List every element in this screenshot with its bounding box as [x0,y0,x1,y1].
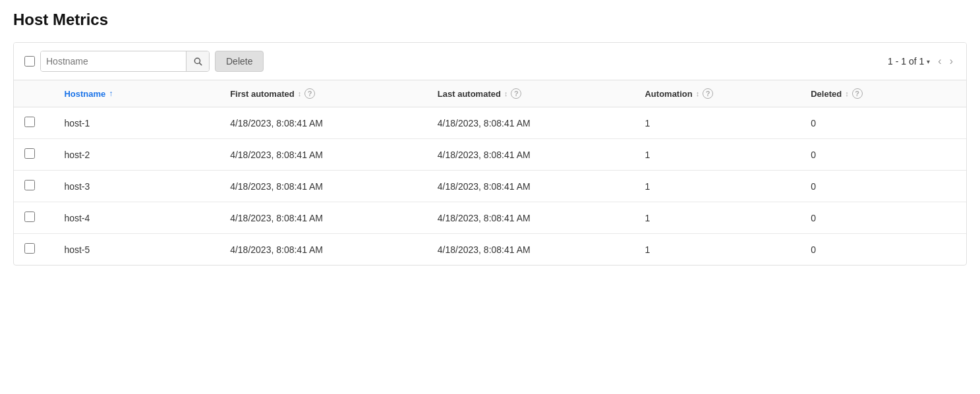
toolbar: Delete 1 - 1 of 1 ▾ ‹ › [14,43,966,80]
row-automation: 1 [634,107,800,139]
search-icon [193,57,202,66]
sort-neutral-icon-4[interactable]: ↕ [845,90,849,98]
header-row: Hostname ↑ First automated ↕ ? Las [14,80,966,107]
search-input[interactable] [41,51,186,71]
th-last-automated: Last automated ↕ ? [427,80,635,107]
svg-line-1 [200,63,202,65]
table-row: host-5 4/18/2023, 8:08:41 AM 4/18/2023, … [14,234,966,266]
toolbar-right: 1 - 1 of 1 ▾ ‹ › [888,55,956,67]
pagination-info: 1 - 1 of 1 ▾ [888,56,930,67]
page-title: Host Metrics [13,11,967,29]
th-automation-label: Automation [645,89,692,99]
row-checkbox-2[interactable] [24,180,35,190]
help-icon-4[interactable]: ? [852,88,863,99]
table-container: Delete 1 - 1 of 1 ▾ ‹ › [13,42,967,266]
row-checkbox-3[interactable] [24,211,35,222]
sort-asc-icon[interactable]: ↑ [109,89,113,98]
help-icon-3[interactable]: ? [703,88,713,99]
row-deleted: 0 [800,139,966,171]
nav-next-icon: › [950,55,953,67]
row-checkbox-4[interactable] [24,243,35,254]
th-deleted: Deleted ↕ ? [800,80,966,107]
toolbar-left: Delete [24,51,882,72]
sort-neutral-icon-3[interactable]: ↕ [696,90,700,98]
help-icon-1[interactable]: ? [304,88,315,99]
row-last-automated: 4/18/2023, 8:08:41 AM [427,107,635,139]
th-first-automated: First automated ↕ ? [219,80,427,107]
delete-button[interactable]: Delete [215,51,264,72]
prev-page-button[interactable]: ‹ [935,55,944,67]
table-row: host-2 4/18/2023, 8:08:41 AM 4/18/2023, … [14,139,966,171]
row-first-automated: 4/18/2023, 8:08:41 AM [219,139,427,171]
row-automation: 1 [634,171,800,202]
table-body: host-1 4/18/2023, 8:08:41 AM 4/18/2023, … [14,107,966,266]
sort-neutral-icon-1[interactable]: ↕ [298,90,302,98]
row-checkbox-1[interactable] [24,148,35,159]
next-page-button[interactable]: › [947,55,956,67]
search-input-wrapper [40,51,210,72]
row-checkbox-0[interactable] [24,117,35,127]
th-hostname: Hostname ↑ [53,80,219,107]
th-automation: Automation ↕ ? [634,80,800,107]
th-deleted-label: Deleted [811,89,842,99]
row-checkbox-cell [14,171,53,202]
th-first-automated-label: First automated [230,89,295,99]
row-last-automated: 4/18/2023, 8:08:41 AM [427,234,635,266]
row-deleted: 0 [800,107,966,139]
table-row: host-4 4/18/2023, 8:08:41 AM 4/18/2023, … [14,202,966,234]
row-automation: 1 [634,202,800,234]
row-checkbox-cell [14,107,53,139]
row-deleted: 0 [800,171,966,202]
th-last-automated-label: Last automated [438,89,501,99]
page-wrapper: Host Metrics Delete 1 [0,0,980,276]
row-last-automated: 4/18/2023, 8:08:41 AM [427,139,635,171]
search-button[interactable] [186,51,209,71]
row-checkbox-cell [14,139,53,171]
row-first-automated: 4/18/2023, 8:08:41 AM [219,171,427,202]
help-icon-2[interactable]: ? [511,88,521,99]
th-checkbox [14,80,53,107]
row-first-automated: 4/18/2023, 8:08:41 AM [219,202,427,234]
table-row: host-1 4/18/2023, 8:08:41 AM 4/18/2023, … [14,107,966,139]
select-all-checkbox[interactable] [24,56,35,67]
sort-neutral-icon-2[interactable]: ↕ [504,90,508,98]
table-header: Hostname ↑ First automated ↕ ? Las [14,80,966,107]
pagination-nav: ‹ › [935,55,956,67]
data-table: Hostname ↑ First automated ↕ ? Las [14,80,966,265]
nav-prev-icon: ‹ [938,55,941,67]
pagination-text: 1 - 1 of 1 [888,56,924,67]
chevron-down-icon: ▾ [927,58,930,65]
row-checkbox-cell [14,234,53,266]
row-automation: 1 [634,234,800,266]
row-first-automated: 4/18/2023, 8:08:41 AM [219,234,427,266]
row-hostname: host-4 [53,202,219,234]
row-first-automated: 4/18/2023, 8:08:41 AM [219,107,427,139]
row-automation: 1 [634,139,800,171]
pagination-dropdown[interactable]: ▾ [927,58,930,65]
row-last-automated: 4/18/2023, 8:08:41 AM [427,171,635,202]
th-hostname-label: Hostname [64,89,105,99]
row-hostname: host-5 [53,234,219,266]
row-hostname: host-2 [53,139,219,171]
row-deleted: 0 [800,234,966,266]
row-hostname: host-3 [53,171,219,202]
row-deleted: 0 [800,202,966,234]
row-last-automated: 4/18/2023, 8:08:41 AM [427,202,635,234]
row-checkbox-cell [14,202,53,234]
row-hostname: host-1 [53,107,219,139]
table-row: host-3 4/18/2023, 8:08:41 AM 4/18/2023, … [14,171,966,202]
